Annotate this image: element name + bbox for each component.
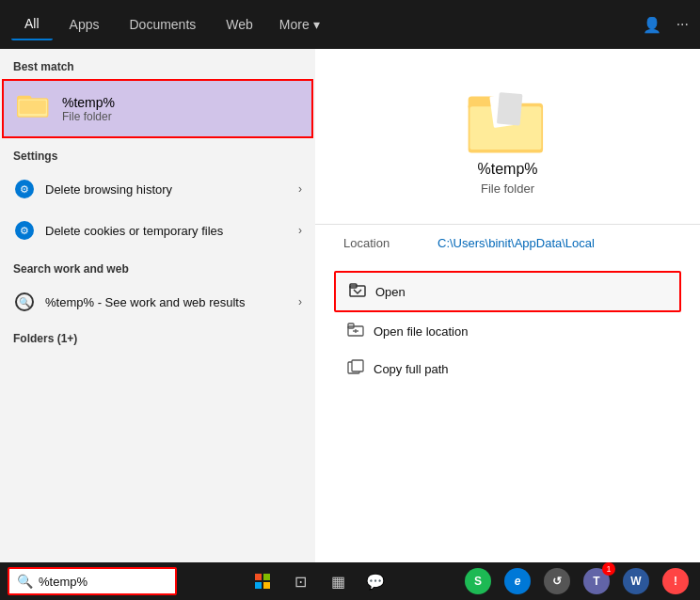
taskbar-search-icon: 🔍 — [17, 574, 33, 589]
settings-item-2-label: Delete cookies or temporary files — [45, 224, 289, 238]
search-web-label: Search work and web — [0, 251, 315, 281]
tab-all[interactable]: All — [11, 8, 53, 40]
taskbar-search-text: %temp% — [39, 575, 88, 589]
search-web-item[interactable]: 🔍 %temp% - See work and web results › — [0, 281, 315, 323]
antivirus-icon[interactable]: ! — [659, 564, 692, 598]
copy-full-path-icon — [347, 359, 364, 378]
taskbar: 🔍 %temp% ⊡ ▦ 💬 S e ↺ — [0, 562, 700, 600]
left-panel: Best match %temp% File folder Settings — [0, 49, 315, 562]
start-button[interactable] — [246, 564, 279, 598]
search-web-icon: 🔍 — [13, 291, 36, 313]
tab-documents[interactable]: Documents — [116, 9, 209, 39]
edge-icon[interactable]: e — [501, 564, 534, 598]
svg-rect-3 — [20, 101, 46, 114]
taskbar-center-icons: ⊡ ▦ 💬 — [183, 564, 455, 598]
folders-label: Folders (1+) — [0, 323, 315, 351]
user-icon[interactable]: 👤 — [643, 16, 661, 34]
tab-web[interactable]: Web — [213, 9, 266, 39]
open-label: Open — [375, 285, 406, 299]
settings-item-1[interactable]: ⚙ Delete browsing history › — [0, 168, 315, 210]
svg-rect-19 — [255, 582, 262, 589]
copy-full-path-button[interactable]: Copy full path — [334, 350, 681, 387]
location-value[interactable]: C:\Users\binit\AppData\Local — [438, 236, 595, 250]
arrow-icon-3: › — [298, 295, 302, 308]
teams-badge: 1 — [602, 562, 615, 576]
right-panel: %temp% File folder Location C:\Users\bin… — [315, 49, 700, 562]
right-item-subtitle: File folder — [481, 182, 534, 196]
top-nav-actions: 👤 ··· — [643, 16, 689, 34]
right-folder-icon — [466, 87, 550, 161]
more-options-icon[interactable]: ··· — [676, 16, 689, 33]
taskbar-search-box[interactable]: 🔍 %temp% — [8, 567, 177, 595]
svg-rect-16 — [352, 360, 363, 371]
word-icon[interactable]: W — [619, 564, 653, 598]
action-list: Open Open file location — [315, 271, 700, 387]
settings-icon-2: ⚙ — [13, 219, 36, 242]
widgets-button[interactable]: ▦ — [321, 564, 355, 598]
arrow-icon-1: › — [298, 182, 302, 196]
location-row: Location C:\Users\binit\AppData\Local — [315, 224, 700, 261]
open-file-location-label: Open file location — [374, 324, 468, 339]
tab-more[interactable]: More ▾ — [270, 9, 329, 39]
chat-button[interactable]: 💬 — [358, 564, 392, 598]
arrow-icon-2: › — [298, 224, 302, 237]
location-label: Location — [343, 236, 419, 250]
best-match-title: %temp% — [62, 95, 115, 110]
best-match-label: Best match — [0, 49, 315, 79]
search-web-text: %temp% - See work and web results — [45, 295, 289, 309]
svg-rect-8 — [496, 92, 522, 126]
best-match-subtitle: File folder — [62, 110, 115, 123]
svg-rect-20 — [263, 582, 270, 589]
windows-security-icon[interactable]: ↺ — [540, 564, 574, 598]
open-file-location-icon — [347, 322, 364, 340]
open-file-location-button[interactable]: Open file location — [334, 312, 681, 350]
right-item-title: %temp% — [477, 161, 537, 178]
top-nav: All Apps Documents Web More ▾ 👤 ··· — [0, 0, 700, 49]
task-view-button[interactable]: ⊡ — [283, 564, 317, 598]
taskbar-right-apps: S e ↺ T 1 W ! — [461, 564, 692, 598]
open-icon — [349, 282, 366, 301]
settings-label: Settings — [0, 138, 315, 168]
open-button[interactable]: Open — [334, 271, 681, 312]
copy-full-path-label: Copy full path — [374, 362, 449, 376]
folder-icon — [17, 90, 51, 127]
tab-apps[interactable]: Apps — [56, 9, 113, 39]
settings-item-1-label: Delete browsing history — [45, 182, 289, 197]
best-match-text: %temp% File folder — [62, 95, 115, 123]
teams-icon[interactable]: T 1 — [580, 564, 613, 598]
best-match-item[interactable]: %temp% File folder — [2, 79, 313, 138]
settings-item-2[interactable]: ⚙ Delete cookies or temporary files › — [0, 210, 315, 251]
main-content: Best match %temp% File folder Settings — [0, 49, 700, 562]
svg-rect-17 — [255, 574, 262, 580]
spotify-icon[interactable]: S — [461, 564, 495, 598]
settings-icon-1: ⚙ — [13, 178, 36, 200]
svg-rect-18 — [263, 574, 270, 580]
